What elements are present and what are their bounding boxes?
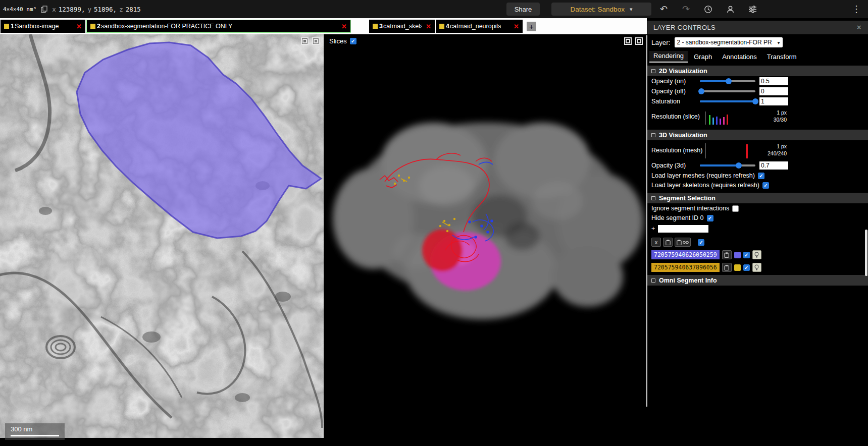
brain-mesh-render [325,34,647,438]
maximize-panel-icon[interactable] [624,37,632,45]
redo-icon[interactable]: ↷ [679,3,693,16]
opacity-off-value-input[interactable] [759,87,788,95]
opacity-on-value-input[interactable] [759,77,788,85]
section-3d-visualization[interactable]: 3D Visualization [647,130,868,140]
ignore-interactions-row: Ignore segment interactions [647,204,868,213]
close-tab-icon[interactable]: ✕ [337,23,347,30]
ignore-interactions-checkbox[interactable] [732,205,739,212]
close-tab-icon[interactable]: ✕ [509,23,519,30]
opacity-3d-slider[interactable] [700,162,755,169]
saturation-slider[interactable] [700,98,755,105]
segment-id-chip[interactable]: 720575940637896056 [651,263,720,272]
load-meshes-row: Load layer meshes (requires refresh) [647,171,868,180]
opacity-off-slider[interactable] [700,88,755,95]
section-segment-selection[interactable]: Segment Selection [647,193,868,203]
close-panel-icon[interactable]: ✕ [856,24,862,31]
user-account-icon[interactable] [723,3,738,16]
chevron-down-icon: ▾ [630,6,633,13]
segment-lightbulb-icon[interactable] [752,250,761,259]
x-coordinate-value[interactable]: 123899, [59,6,85,13]
scale-bar: 300 nm [5,423,65,440]
neuroglancer-app: 4×4×40 nm³ x 123899, y 51896, z 2815 Sha… [0,0,868,446]
layer-color-icon [90,24,95,29]
dataset-selector-label: Dataset: Sandbox [571,6,625,13]
layer-color-icon [4,24,9,29]
position-widget: 4×4×40 nm³ x 123899, y 51896, z 2815 [3,0,141,18]
x-axis-label: x [52,6,56,13]
copy-segment-id-icon[interactable] [722,263,732,272]
copy-visible-segments-icon[interactable] [675,238,691,247]
add-layer-button[interactable]: + [527,22,536,31]
add-segment-input[interactable] [658,225,708,233]
add-segment-row: + [647,224,868,234]
opacity-3d-value-input[interactable] [759,161,788,170]
hide-segment-zero-label: Hide segment ID 0 [651,214,704,221]
share-button[interactable]: Share [506,3,540,16]
clear-segments-button[interactable]: x [651,238,661,247]
segment-row: 720575940637896056 [647,263,868,272]
y-coordinate-value[interactable]: 51896, [94,6,117,13]
ignore-interactions-label: Ignore segment interactions [651,205,729,212]
resolution-mesh-row: Resolution (mesh) 1 px 240/240 [647,140,868,160]
segment-color-swatch[interactable] [734,252,741,258]
slices-checkbox[interactable] [350,38,356,44]
tab-layer-1-sandbox-image[interactable]: 1 Sandbox-image ✕ [1,20,85,33]
tab-number: 1 [11,23,14,30]
segment-lightbulb-icon[interactable] [752,263,761,272]
resolution-slice-label: Resolution (slice) [651,113,700,120]
undo-icon[interactable]: ↶ [656,3,671,16]
resolution-mesh-histogram[interactable] [705,142,751,158]
tab-graph[interactable]: Graph [690,52,716,63]
resolution-mesh-label: Resolution (mesh) [651,147,700,154]
load-skeletons-checkbox[interactable] [762,182,769,189]
opacity-on-slider[interactable] [700,78,755,85]
saturation-label: Saturation [651,98,700,105]
tab-number: 3 [379,23,383,30]
opacity-on-label: Opacity (on) [651,78,700,85]
segment-row: 720575940626050259 [647,250,868,259]
section-toggle-icon [651,133,655,137]
copy-segment-id-icon[interactable] [722,250,732,259]
hide-segment-zero-checkbox[interactable] [707,215,713,221]
section-toggle-icon [651,196,655,200]
tab-transform[interactable]: Transform [763,52,801,63]
tab-layer-4-catmaid-neuropils[interactable]: 4 catmaid_neuropils ✕ [436,20,523,33]
tab-layer-3-catmaid-skels[interactable]: 3 catmaid_skels ✕ [369,20,435,33]
em-slice-viewport[interactable]: 300 nm [0,34,324,446]
tab-layer-2-sandbox-segmentation[interactable]: 2 sandbox-segmentation-FOR PRACTICE ONLY… [86,20,351,33]
tab-annotations[interactable]: Annotations [718,52,761,63]
section-2d-visualization[interactable]: 2D Visualization [647,66,868,76]
tab-rendering[interactable]: Rendering [649,51,688,63]
all-segments-visibility-checkbox[interactable] [698,239,704,246]
segment-color-swatch[interactable] [734,264,741,271]
dataset-selector-button[interactable]: Dataset: Sandbox ▾ [551,3,651,16]
tab-label: sandbox-segmentation-FOR PRACTICE ONLY [101,23,232,30]
load-meshes-checkbox[interactable] [758,173,764,179]
tab-number: 2 [97,23,100,30]
section-omni-segment-info[interactable]: Omni Segment Info [647,275,868,286]
sidebar-scrollbar-thumb[interactable] [865,230,867,276]
close-tab-icon[interactable]: ✕ [72,23,82,30]
panel-corner-buttons [624,37,643,45]
segment-visibility-checkbox[interactable] [743,252,750,258]
three-d-viewport[interactable]: Slices [325,34,647,446]
maximize-panel-icon[interactable] [301,37,309,45]
position-coordinates[interactable]: x 123899, y 51896, z 2815 [52,6,141,13]
panel-layout-icon[interactable] [312,37,320,45]
panel-corner-buttons [301,37,320,45]
close-tab-icon[interactable]: ✕ [422,23,431,30]
segment-id-chip[interactable]: 720575940626050259 [651,250,720,259]
slices-toggle: Slices [329,37,356,45]
settings-sliders-icon[interactable] [745,3,760,16]
segment-visibility-checkbox[interactable] [743,264,750,271]
overflow-menu-icon[interactable]: ⋮ [847,0,866,18]
z-coordinate-value[interactable]: 2815 [126,6,141,13]
panel-layout-icon[interactable] [635,37,643,45]
copy-segments-icon[interactable] [663,238,673,247]
resolution-mesh-legend: 1 px 240/240 [754,143,787,157]
resolution-slice-histogram[interactable] [705,108,751,125]
saturation-value-input[interactable] [759,97,788,105]
history-icon[interactable] [701,3,716,16]
copy-position-icon[interactable] [41,6,47,13]
layer-select-dropdown[interactable]: 2 - sandbox-segmentation-FOR PR ▾ [675,37,783,47]
